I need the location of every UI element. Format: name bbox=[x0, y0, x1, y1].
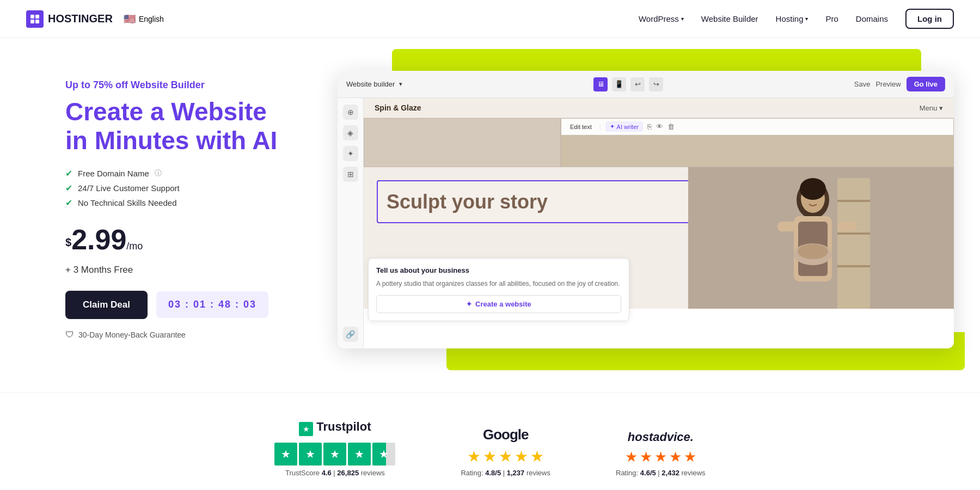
google-stars: ★ ★ ★ ★ ★ bbox=[461, 448, 550, 465]
countdown-timer: 03 : 01 : 48 : 03 bbox=[156, 291, 268, 318]
pricing: $2.99/mo bbox=[65, 223, 294, 256]
save-button[interactable]: Save bbox=[854, 80, 871, 88]
create-website-button[interactable]: ✦ Create a website bbox=[376, 295, 621, 313]
eye-icon[interactable]: 👁 bbox=[656, 122, 663, 131]
guarantee-text: 30-Day Money-Back Guarantee bbox=[78, 330, 186, 339]
trash-icon[interactable]: 🗑 bbox=[667, 122, 675, 131]
nav-hosting[interactable]: Hosting ▾ bbox=[776, 14, 808, 23]
mobile-view-icon[interactable]: 📱 bbox=[612, 77, 626, 91]
sidebar-cursor-icon[interactable]: ⊕ bbox=[343, 105, 358, 120]
site-menu: Menu ▾ bbox=[920, 104, 943, 112]
reviews-section: ★ Trustpilot ★ ★ ★ ★ ★ TrustScore 4.6 | … bbox=[0, 392, 980, 490]
feature-2-text: 24/7 Live Customer Support bbox=[78, 183, 180, 193]
ai-star-icon: ✦ bbox=[610, 123, 615, 130]
sidebar-layers-icon[interactable]: ◈ bbox=[343, 125, 358, 140]
hostadvice-reviews-label: reviews bbox=[682, 469, 706, 477]
promo-suffix: Website Builder bbox=[131, 79, 205, 90]
nav-wordpress-label: WordPress bbox=[639, 14, 679, 23]
hostadvice-score-value: 4.6/5 bbox=[640, 469, 656, 477]
google-rating-label: Rating bbox=[461, 469, 481, 477]
sidebar-shapes-icon[interactable]: ✦ bbox=[343, 146, 358, 161]
shield-icon: 🛡 bbox=[65, 330, 74, 340]
logo-svg bbox=[29, 14, 40, 24]
tp-star-2: ★ bbox=[299, 443, 322, 465]
ha-star-4: ★ bbox=[669, 449, 682, 465]
ha-star-5: ★ bbox=[684, 449, 696, 465]
pottery-bg bbox=[688, 167, 954, 309]
image-row: Edit text | ✦ AI writer ⎘ 👁 🗑 bbox=[364, 118, 954, 167]
nav-domains-label: Domains bbox=[856, 14, 888, 23]
trustpilot-stars: ★ ★ ★ ★ ★ bbox=[274, 443, 395, 465]
sidebar-grid-icon[interactable]: ⊞ bbox=[343, 167, 358, 182]
google-score: Rating: 4.8/5 | 1,237 reviews bbox=[461, 469, 550, 477]
claim-deal-button[interactable]: Claim Deal bbox=[65, 291, 148, 319]
features-list: ✔ Free Domain Name ⓘ ✔ 24/7 Live Custome… bbox=[65, 168, 294, 208]
hostadvice-colon: : bbox=[636, 469, 640, 477]
price-value: 2.99 bbox=[71, 224, 126, 255]
check-icon-1: ✔ bbox=[65, 168, 72, 179]
hostadvice-review: hostadvice. ★ ★ ★ ★ ★ Rating: 4.6/5 | 2,… bbox=[616, 430, 706, 477]
google-reviews-label: reviews bbox=[526, 469, 550, 477]
google-platform-label: Google bbox=[461, 426, 550, 443]
svg-rect-1 bbox=[35, 15, 39, 19]
browser-toolbar: Website builder ▾ 🖥 📱 ↩ ↪ Save Preview G… bbox=[338, 71, 954, 98]
trustpilot-platform-label: Trustpilot bbox=[316, 420, 371, 434]
go-live-button[interactable]: Go live bbox=[906, 77, 945, 91]
nav-domains[interactable]: Domains bbox=[856, 14, 888, 23]
title-part1: Create a bbox=[65, 97, 171, 126]
flag-icon: 🇺🇸 bbox=[124, 13, 136, 25]
lang-selector[interactable]: 🇺🇸 English bbox=[124, 13, 164, 25]
trustpilot-count: 26,825 bbox=[337, 469, 359, 477]
nav-website-builder[interactable]: Website Builder bbox=[701, 14, 758, 23]
undo-icon[interactable]: ↩ bbox=[630, 77, 645, 91]
toolbar-dropdown-icon: ▾ bbox=[399, 81, 402, 88]
login-button[interactable]: Log in bbox=[905, 9, 954, 29]
ha-star-3: ★ bbox=[654, 449, 667, 465]
title-part2: in Minutes with AI bbox=[65, 126, 277, 155]
nav-left: HOSTINGER 🇺🇸 English bbox=[26, 10, 164, 28]
svg-rect-5 bbox=[837, 178, 870, 309]
check-icon-2: ✔ bbox=[65, 183, 72, 193]
hero-title: Create a Website in Minutes with AI bbox=[65, 97, 294, 155]
nav-pro-label: Pro bbox=[825, 14, 838, 23]
svg-rect-7 bbox=[837, 232, 870, 235]
nav-wordpress[interactable]: WordPress ▾ bbox=[639, 14, 684, 23]
info-icon[interactable]: ⓘ bbox=[155, 168, 162, 178]
main-canvas: Spin & Glaze Menu ▾ Edit text | bbox=[364, 98, 954, 348]
feature-1: ✔ Free Domain Name ⓘ bbox=[65, 168, 294, 179]
hero-section: Up to 75% off Website Builder Create a W… bbox=[0, 38, 980, 392]
hostadvice-platform-label: hostadvice. bbox=[616, 430, 706, 444]
sidebar-link-icon[interactable]: 🔗 bbox=[343, 327, 358, 342]
svg-point-15 bbox=[798, 244, 828, 259]
tp-star-1: ★ bbox=[274, 443, 297, 465]
preview-button[interactable]: Preview bbox=[875, 80, 901, 88]
site-name: Spin & Glaze bbox=[375, 103, 421, 112]
guarantee: 🛡 30-Day Money-Back Guarantee bbox=[65, 330, 294, 340]
toolbar-left: Website builder ▾ bbox=[346, 80, 402, 88]
svg-point-20 bbox=[801, 179, 825, 192]
logo[interactable]: HOSTINGER bbox=[26, 10, 113, 28]
logo-icon bbox=[26, 10, 44, 28]
svg-rect-6 bbox=[837, 200, 870, 202]
hero-content: Up to 75% off Website Builder Create a W… bbox=[65, 79, 294, 340]
edit-text-button[interactable]: Edit text bbox=[567, 122, 595, 131]
nav-pro[interactable]: Pro bbox=[825, 14, 838, 23]
title-highlight: Website bbox=[171, 97, 267, 126]
desktop-view-icon[interactable]: 🖥 bbox=[593, 77, 608, 91]
website-builder-label: Website builder bbox=[346, 80, 395, 88]
feature-2: ✔ 24/7 Live Customer Support bbox=[65, 183, 294, 193]
ai-writer-button[interactable]: ✦ AI writer bbox=[605, 121, 643, 132]
feature-3: ✔ No Technical Skills Needed bbox=[65, 198, 294, 208]
redo-icon[interactable]: ↪ bbox=[649, 77, 663, 91]
google-star-1: ★ bbox=[467, 448, 481, 465]
promo-text: Up to 75% off Website Builder bbox=[65, 79, 294, 91]
trustpilot-reviews-label: reviews bbox=[361, 469, 385, 477]
image-thumb-2: Edit text | ✦ AI writer ⎘ 👁 🗑 bbox=[561, 118, 954, 167]
check-icon-3: ✔ bbox=[65, 198, 72, 208]
svg-rect-13 bbox=[837, 222, 856, 231]
copy-icon[interactable]: ⎘ bbox=[647, 122, 652, 131]
promo-percent: 75% off bbox=[93, 79, 128, 90]
tp-star-4: ★ bbox=[348, 443, 371, 465]
trustpilot-review: ★ Trustpilot ★ ★ ★ ★ ★ TrustScore 4.6 | … bbox=[274, 420, 395, 477]
toolbar-center: 🖥 📱 ↩ ↪ bbox=[593, 77, 663, 91]
